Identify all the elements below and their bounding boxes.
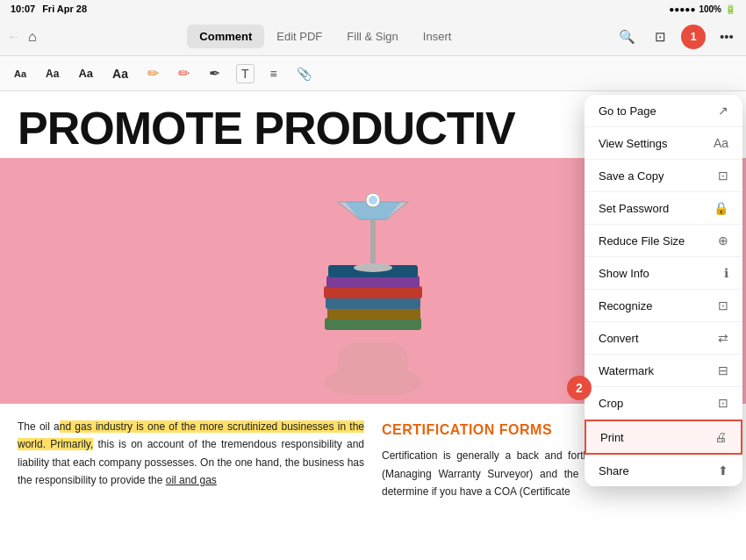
- svg-point-9: [354, 263, 392, 272]
- watermark-icon: ⊟: [718, 363, 728, 377]
- toolbar-right: 🔍 ⊡ 1 •••: [614, 25, 739, 49]
- pen-tool[interactable]: ✒: [205, 61, 224, 85]
- share-icon: ⬆: [718, 463, 728, 477]
- status-bar: 10:07 Fri Apr 28 ●●●●● 100% 🔋: [0, 0, 746, 18]
- go-to-page-icon: ↗: [718, 104, 728, 118]
- highlight-tool[interactable]: ✏: [144, 61, 162, 85]
- signal-icon: ●●●●●: [669, 4, 695, 14]
- dropdown-menu: Go to Page ↗ View Settings Aa Save a Cop…: [585, 95, 742, 486]
- menu-item-share[interactable]: Share ⬆: [585, 455, 742, 486]
- tab-edit-pdf[interactable]: Edit PDF: [264, 25, 334, 48]
- set-password-icon: 🔒: [714, 201, 728, 215]
- nav-buttons: ← ⌂: [7, 29, 37, 45]
- battery-icon: 🔋: [725, 4, 735, 14]
- font-size-small-2[interactable]: Aa: [42, 64, 62, 83]
- stamp-tool[interactable]: ≡: [267, 63, 281, 84]
- svg-rect-5: [324, 286, 422, 298]
- menu-item-convert[interactable]: Convert ⇄: [585, 322, 742, 355]
- print-icon: 🖨: [714, 430, 727, 444]
- time: 10:07: [11, 4, 35, 14]
- menu-item-go-to-page[interactable]: Go to Page ↗: [585, 95, 742, 127]
- reduce-file-size-icon: ⊕: [718, 233, 728, 248]
- view-settings-icon: Aa: [714, 136, 728, 150]
- svg-rect-3: [327, 307, 420, 319]
- menu-item-set-password[interactable]: Set Password 🔒: [585, 192, 742, 225]
- back-button[interactable]: ←: [7, 29, 21, 45]
- font-size-large[interactable]: Aa: [109, 63, 132, 84]
- svg-rect-1: [338, 342, 408, 386]
- step-1-badge[interactable]: 1: [681, 25, 706, 49]
- step-badge-2: 2: [567, 376, 592, 400]
- status-left: 10:07 Fri Apr 28: [11, 4, 87, 14]
- svg-rect-2: [325, 318, 421, 330]
- tab-insert[interactable]: Insert: [411, 25, 464, 48]
- crop-icon: ⊡: [718, 396, 728, 410]
- menu-item-crop[interactable]: Crop ⊡: [585, 387, 742, 420]
- svg-rect-4: [326, 297, 420, 309]
- recognize-icon: ⊡: [718, 298, 728, 312]
- svg-rect-6: [326, 276, 420, 288]
- tab-comment[interactable]: Comment: [187, 25, 264, 48]
- attach-tool[interactable]: 📎: [293, 63, 315, 84]
- main-area: PROMOTE PRODUCTIV: [0, 91, 746, 560]
- menu-item-watermark[interactable]: Watermark ⊟: [585, 355, 742, 387]
- font-size-medium[interactable]: Aa: [75, 63, 97, 83]
- menu-item-show-info[interactable]: Show Info ℹ: [585, 257, 742, 290]
- svg-point-13: [369, 196, 377, 205]
- save-copy-icon: ⊡: [718, 169, 728, 183]
- share-toolbar-button[interactable]: ⊡: [648, 25, 672, 49]
- menu-item-view-settings[interactable]: View Settings Aa: [585, 127, 742, 160]
- body-text-left-1: The oil a: [18, 420, 60, 433]
- font-size-small-1[interactable]: Aa: [11, 65, 30, 83]
- battery-label: 100%: [699, 4, 721, 14]
- svg-rect-8: [370, 219, 376, 268]
- menu-item-save-a-copy[interactable]: Save a Copy ⊡: [585, 160, 742, 192]
- cocktail-scene-svg: [241, 167, 505, 395]
- menu-item-print[interactable]: Print 🖨: [585, 420, 742, 455]
- search-button[interactable]: 🔍: [614, 25, 639, 49]
- show-info-icon: ℹ: [724, 266, 728, 280]
- convert-icon: ⇄: [718, 331, 728, 345]
- annotation-toolbar: Aa Aa Aa Aa ✏ ✏ ✒ T ≡ 📎: [0, 56, 746, 91]
- menu-item-recognize[interactable]: Recognize ⊡: [585, 290, 742, 322]
- status-right: ●●●●● 100% 🔋: [669, 4, 735, 14]
- underlined-text: oil and gas: [166, 474, 217, 486]
- menu-item-reduce-file-size[interactable]: Reduce File Size ⊕: [585, 225, 742, 257]
- home-button[interactable]: ⌂: [28, 29, 37, 45]
- tab-fill-sign[interactable]: Fill & Sign: [334, 25, 411, 48]
- date: Fri Apr 28: [42, 4, 87, 14]
- tab-bar: Comment Edit PDF Fill & Sign Insert: [187, 25, 463, 48]
- text-tool[interactable]: T: [236, 64, 255, 83]
- pdf-col-left: The oil and gas industry is one of the m…: [18, 418, 364, 500]
- main-toolbar: ← ⌂ Comment Edit PDF Fill & Sign Insert …: [0, 18, 746, 56]
- more-menu-button[interactable]: •••: [714, 25, 739, 49]
- underline-tool[interactable]: ✏: [175, 61, 193, 85]
- toolbar-left: ← ⌂: [7, 29, 37, 45]
